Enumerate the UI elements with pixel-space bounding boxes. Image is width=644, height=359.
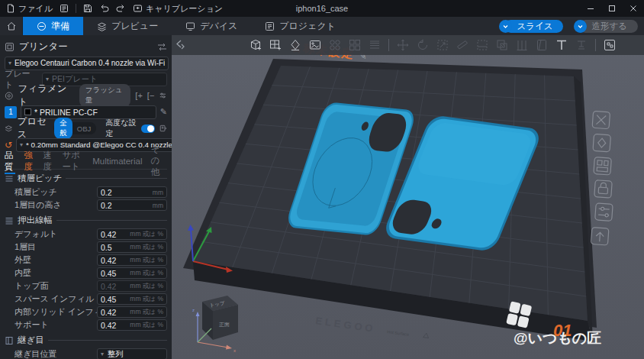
plate-settings-button[interactable]: [595, 203, 613, 221]
cube-x-axis: [198, 342, 228, 348]
scale-button[interactable]: [433, 36, 452, 54]
add-plate-button[interactable]: [266, 36, 285, 54]
nav-cube[interactable]: トップ 正面 z x: [192, 296, 238, 353]
tab-support[interactable]: サポート: [62, 150, 84, 173]
tab-quality[interactable]: 品質: [5, 150, 15, 173]
advanced-settings-toggle[interactable]: [141, 125, 155, 133]
scope-global[interactable]: 全般: [54, 118, 72, 139]
chevron-down-icon: ▾: [101, 351, 104, 357]
collapse-sidebar-button[interactable]: [174, 37, 186, 53]
assembly-view-button[interactable]: [601, 36, 619, 54]
viewport-3d[interactable]: 名称未設定 ✎ ELEGOO Hot: [172, 35, 644, 359]
param-input[interactable]: 0.42mm 或は %: [97, 306, 167, 318]
tab-speed[interactable]: 速度: [43, 150, 53, 173]
tab-project-label: プロジェクト: [279, 20, 336, 33]
arrange-button[interactable]: [306, 36, 324, 54]
nav-cube-front-label[interactable]: 正面: [219, 322, 230, 328]
preview-icon: [97, 21, 107, 31]
calibration-icon: [133, 4, 143, 13]
auto-orient-icon: [288, 38, 302, 52]
split-to-objects-button[interactable]: [326, 36, 344, 54]
flatten-button[interactable]: [473, 36, 491, 54]
tab-prepare[interactable]: 準備: [23, 17, 83, 35]
seam-position-select[interactable]: ▾ 整列: [97, 348, 167, 359]
z-axis-label: z: [192, 308, 195, 312]
split-to-parts-button[interactable]: [346, 36, 364, 54]
flatten-icon: [475, 38, 489, 52]
tab-multimaterial[interactable]: Multimaterial: [92, 157, 142, 166]
variable-layer-height-button[interactable]: [365, 36, 384, 54]
sync-printer-icon[interactable]: [157, 43, 167, 51]
param-input[interactable]: 0.2mm: [97, 186, 167, 198]
param-input[interactable]: 0.2mm: [97, 199, 167, 211]
seam-paint-button[interactable]: [533, 36, 551, 54]
warning-triangle-icon: [423, 333, 430, 338]
auto-orient-plate-button[interactable]: [593, 134, 610, 151]
param-label: 1層目: [14, 241, 97, 253]
support-paint-button[interactable]: [513, 36, 531, 54]
mesh-boolean-button[interactable]: [493, 36, 511, 54]
close-button[interactable]: [623, 0, 644, 17]
scope-switch[interactable]: 全般 OBJ: [53, 122, 96, 134]
reset-preset-icon[interactable]: ↺: [5, 140, 12, 150]
save-button[interactable]: [83, 4, 92, 13]
print-button[interactable]: 造形する: [579, 20, 638, 33]
slice-button[interactable]: スライス: [504, 20, 563, 33]
param-label: 積層ピッチ: [14, 186, 97, 198]
lock-plate-button[interactable]: [594, 180, 612, 198]
seam-paint-icon: [535, 38, 549, 52]
tab-others[interactable]: その他: [150, 144, 167, 178]
chevron-down-icon: ▾: [46, 76, 49, 82]
divider: [388, 39, 389, 51]
undo-button[interactable]: [99, 4, 109, 13]
view-menu[interactable]: [60, 4, 69, 13]
param-input[interactable]: 0.42mm 或は %: [97, 319, 167, 331]
rotate-button[interactable]: [414, 36, 432, 54]
printer-icon: [5, 42, 14, 52]
add-model-button[interactable]: [246, 36, 265, 54]
maximize-button[interactable]: [601, 0, 623, 17]
scene-3d[interactable]: ELEGOO Hot Surface: [172, 35, 644, 359]
text-button[interactable]: [552, 36, 571, 54]
edit-filament-icon[interactable]: ✎: [160, 107, 167, 117]
redo-button[interactable]: [116, 4, 126, 13]
print-options-button[interactable]: [574, 20, 587, 33]
undo-icon: [99, 4, 109, 13]
home-button[interactable]: [0, 17, 23, 35]
remove-filament-button[interactable]: [−: [147, 91, 154, 100]
calibration-menu[interactable]: キャリブレーション: [133, 3, 223, 15]
scope-objects[interactable]: OBJ: [72, 124, 95, 134]
tab-strength[interactable]: 強度: [24, 150, 34, 173]
param-row: スパース インフィル 0.45mm 或は %: [5, 293, 167, 306]
delete-plate-button[interactable]: [592, 111, 610, 128]
slice-options-button[interactable]: [499, 20, 512, 33]
tab-device[interactable]: デバイス: [172, 17, 251, 35]
cut-button[interactable]: [453, 36, 472, 54]
filament-slot-badge[interactable]: 1: [5, 106, 17, 118]
lift-plate-button[interactable]: [591, 228, 608, 245]
tab-project[interactable]: プロジェクト: [251, 17, 349, 35]
filament-color-swatch: [24, 108, 31, 115]
printer-name: Elegoo Centauri Carbon 0.4 nozzle via Wi…: [14, 59, 165, 67]
project-icon: [265, 21, 275, 31]
param-input[interactable]: 0.42mm 或は %: [97, 280, 167, 292]
minimize-button[interactable]: [580, 0, 601, 17]
compare-presets-icon[interactable]: [159, 124, 167, 133]
flush-volume-button[interactable]: フラッシュ量: [79, 84, 131, 107]
arrange-plate-button[interactable]: [594, 157, 611, 175]
file-menu[interactable]: ファイル: [6, 3, 53, 15]
filament-settings-icon[interactable]: [159, 91, 167, 100]
tab-preview[interactable]: プレビュー: [83, 17, 172, 35]
param-input[interactable]: 0.45mm 或は %: [97, 293, 167, 305]
param-input[interactable]: 0.45mm 或は %: [97, 267, 167, 279]
auto-orient-button[interactable]: [286, 36, 304, 54]
param-row: 継ぎ目位置 ▾ 整列: [5, 348, 167, 359]
param-input[interactable]: 0.42mm 或は %: [97, 228, 167, 240]
move-button[interactable]: [394, 36, 412, 54]
param-input[interactable]: 0.42mm 或は %: [97, 254, 167, 266]
cut-icon: [456, 38, 469, 52]
fuzzy-skin-button[interactable]: [572, 36, 591, 54]
add-filament-button[interactable]: [+: [135, 91, 142, 100]
param-input[interactable]: 0.5mm 或は %: [97, 241, 167, 253]
prepare-icon: [37, 21, 47, 31]
